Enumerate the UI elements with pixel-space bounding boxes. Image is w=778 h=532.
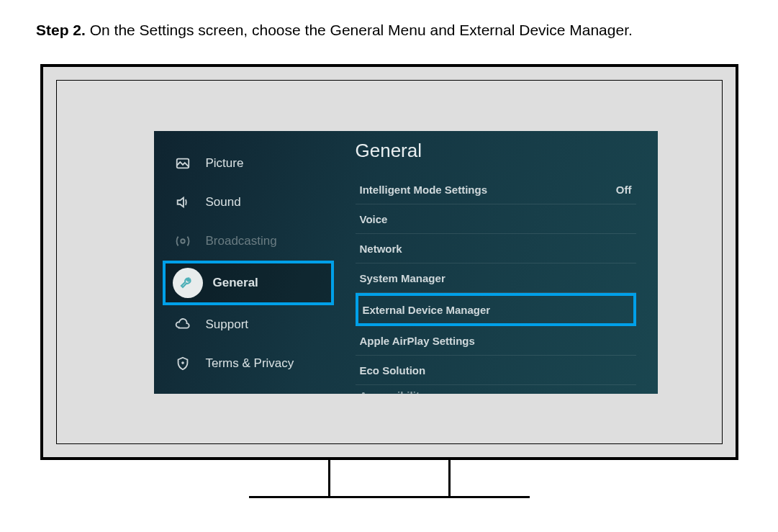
- sidebar-item-label: Picture: [206, 156, 244, 171]
- list-item-label: Accessibility: [360, 389, 426, 395]
- list-item-value: Off: [616, 184, 632, 196]
- settings-screen: Picture Sound Broadcasting: [154, 131, 658, 394]
- sidebar-item-terms-privacy[interactable]: Terms & Privacy: [163, 344, 334, 383]
- wrench-icon: [173, 268, 203, 298]
- sidebar-item-support[interactable]: Support: [163, 305, 334, 344]
- sidebar-item-label: Terms & Privacy: [206, 356, 294, 371]
- list-item-label: Voice: [360, 213, 388, 225]
- step-label: Step 2.: [36, 22, 86, 38]
- tv-illustration: Picture Sound Broadcasting: [40, 64, 738, 498]
- sound-icon: [170, 189, 196, 215]
- shield-icon: [170, 351, 196, 377]
- svg-point-2: [182, 362, 184, 364]
- sidebar-item-label: General: [213, 276, 258, 290]
- list-item-label: External Device Manager: [363, 304, 491, 316]
- sidebar-item-label: Sound: [206, 195, 241, 209]
- list-item-accessibility[interactable]: Accessibility: [356, 385, 636, 394]
- list-item-label: Network: [360, 243, 402, 255]
- instruction-text: Step 2. On the Settings screen, choose t…: [36, 22, 742, 39]
- list-item-eco-solution[interactable]: Eco Solution: [356, 356, 636, 385]
- settings-sidebar: Picture Sound Broadcasting: [154, 131, 334, 394]
- list-item-network[interactable]: Network: [356, 234, 636, 263]
- sidebar-item-picture[interactable]: Picture: [163, 144, 334, 183]
- sidebar-item-broadcasting: Broadcasting: [163, 222, 334, 261]
- step-body: On the Settings screen, choose the Gener…: [90, 22, 633, 38]
- list-item-intelligent-mode[interactable]: Intelligent Mode Settings Off: [356, 175, 636, 204]
- cloud-icon: [170, 312, 196, 338]
- sidebar-item-label: Broadcasting: [206, 234, 277, 248]
- settings-main-panel: General Intelligent Mode Settings Off Vo…: [334, 131, 658, 394]
- tv-screen: Picture Sound Broadcasting: [56, 80, 723, 444]
- sidebar-item-label: Support: [206, 317, 249, 332]
- list-item-system-manager[interactable]: System Manager: [356, 263, 636, 293]
- list-item-apple-airplay[interactable]: Apple AirPlay Settings: [356, 326, 636, 356]
- list-item-label: Intelligent Mode Settings: [360, 184, 488, 196]
- list-item-label: Apple AirPlay Settings: [360, 335, 475, 347]
- list-item-voice[interactable]: Voice: [356, 204, 636, 234]
- tv-stand-neck: [328, 460, 451, 496]
- list-item-label: System Manager: [360, 272, 445, 284]
- list-item-label: Eco Solution: [360, 364, 426, 377]
- sidebar-item-sound[interactable]: Sound: [163, 183, 334, 222]
- panel-title: General: [356, 140, 636, 162]
- tv-stand-base: [249, 496, 530, 498]
- tv-frame: Picture Sound Broadcasting: [40, 64, 738, 460]
- svg-point-1: [181, 239, 185, 243]
- sidebar-item-general[interactable]: General: [163, 261, 334, 305]
- broadcast-icon: [170, 228, 196, 254]
- list-item-external-device-manager[interactable]: External Device Manager: [356, 293, 636, 326]
- picture-icon: [170, 150, 196, 176]
